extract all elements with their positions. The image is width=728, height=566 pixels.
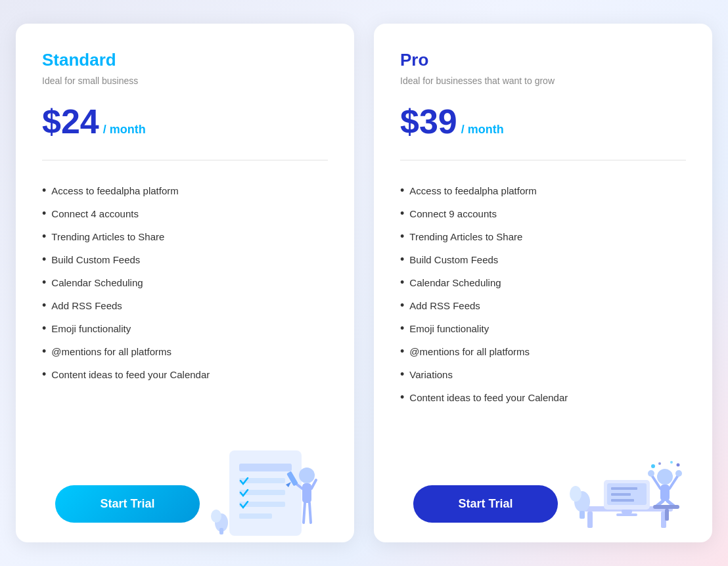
pro-illustration (568, 437, 686, 542)
svg-rect-26 (611, 499, 634, 502)
list-item: @mentions for all platforms (400, 340, 686, 363)
pro-price-amount: $39 (400, 104, 457, 139)
svg-point-15 (211, 510, 221, 523)
svg-point-41 (677, 464, 680, 467)
svg-rect-7 (302, 483, 311, 503)
pricing-container: Standard Ideal for small business $24 / … (16, 24, 712, 542)
list-item: Build Custom Feeds (42, 248, 328, 271)
svg-point-6 (299, 468, 315, 483)
standard-card-footer: Start Trial (42, 437, 328, 542)
standard-card: Standard Ideal for small business $24 / … (16, 24, 354, 542)
list-item: @mentions for all platforms (42, 340, 328, 363)
pro-plan-name: Pro (400, 50, 686, 70)
list-item: Emoji functionality (400, 317, 686, 340)
list-item: Connect 4 accounts (42, 202, 328, 225)
pro-start-trial-button[interactable]: Start Trial (413, 485, 558, 523)
svg-line-11 (309, 503, 311, 523)
svg-rect-35 (653, 505, 679, 509)
standard-illustration (210, 437, 328, 542)
list-item: Content ideas to feed your Calendar (42, 363, 328, 386)
svg-line-9 (311, 480, 316, 489)
standard-features-list: Access to feedalpha platformConnect 4 ac… (42, 179, 328, 411)
list-item: Add RSS Feeds (400, 294, 686, 317)
pro-price-block: $39 / month (400, 104, 686, 139)
list-item: Trending Articles to Share (42, 225, 328, 248)
svg-rect-22 (622, 510, 632, 513)
svg-point-40 (651, 464, 655, 468)
svg-rect-23 (616, 513, 637, 516)
standard-price-block: $24 / month (42, 104, 328, 139)
standard-plan-name: Standard (42, 50, 328, 70)
standard-price-period: / month (103, 123, 146, 137)
pro-card: Pro Ideal for businesses that want to gr… (374, 24, 712, 542)
list-item: Connect 9 accounts (400, 202, 686, 225)
list-item: Content ideas to feed your Calendar (400, 386, 686, 409)
list-item: Access to feedalpha platform (400, 179, 686, 202)
standard-btn-wrapper: Start Trial (42, 466, 200, 542)
svg-line-10 (304, 503, 305, 523)
svg-rect-25 (611, 493, 631, 496)
svg-rect-1 (239, 464, 292, 471)
pro-card-footer: Start Trial (400, 437, 686, 542)
svg-point-32 (675, 470, 682, 477)
svg-rect-24 (611, 487, 637, 490)
svg-rect-5 (239, 513, 272, 519)
pro-features-list: Access to feedalpha platformConnect 9 ac… (400, 179, 686, 411)
standard-divider (42, 160, 328, 161)
standard-tagline: Ideal for small business (42, 76, 328, 86)
pro-btn-wrapper: Start Trial (400, 466, 558, 542)
list-item: Trending Articles to Share (400, 225, 686, 248)
list-item: Variations (400, 363, 686, 386)
svg-rect-16 (219, 528, 223, 534)
svg-rect-39 (580, 511, 585, 519)
list-item: Add RSS Feeds (42, 294, 328, 317)
svg-point-31 (648, 470, 654, 477)
list-item: Calendar Scheduling (400, 271, 686, 294)
pro-price-period: / month (461, 123, 504, 137)
svg-point-42 (670, 461, 673, 464)
svg-point-43 (658, 462, 661, 465)
svg-point-38 (570, 486, 581, 502)
list-item: Emoji functionality (42, 317, 328, 340)
standard-price-amount: $24 (42, 104, 99, 139)
list-item: Build Custom Feeds (400, 248, 686, 271)
svg-point-27 (657, 469, 673, 485)
svg-rect-28 (660, 485, 670, 501)
svg-rect-36 (665, 509, 669, 521)
pro-divider (400, 160, 686, 161)
svg-rect-18 (587, 512, 593, 528)
list-item: Calendar Scheduling (42, 271, 328, 294)
standard-start-trial-button[interactable]: Start Trial (55, 485, 200, 523)
list-item: Access to feedalpha platform (42, 179, 328, 202)
pro-tagline: Ideal for businesses that want to grow (400, 76, 686, 86)
